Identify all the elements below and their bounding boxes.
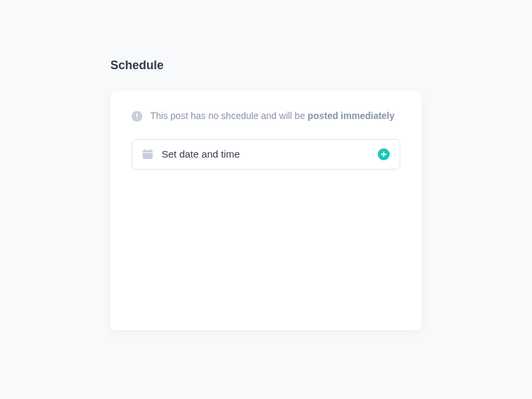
schedule-card: This post has no shcedule and will be po… (110, 91, 422, 331)
calendar-icon (142, 148, 154, 160)
info-icon (132, 111, 142, 122)
info-text-prefix: This post has no shcedule and will be (150, 110, 308, 121)
set-date-time-label: Set date and time (162, 148, 240, 160)
svg-rect-2 (136, 118, 138, 119)
schedule-button-left: Set date and time (142, 148, 240, 160)
info-row: This post has no shcedule and will be po… (132, 110, 400, 123)
info-text: This post has no shcedule and will be po… (150, 110, 394, 123)
page-title: Schedule (110, 59, 422, 72)
svg-rect-1 (136, 114, 138, 117)
svg-rect-5 (144, 149, 146, 152)
set-date-time-button[interactable]: Set date and time (132, 139, 400, 170)
svg-rect-7 (143, 152, 153, 153)
add-icon (377, 148, 390, 161)
svg-rect-10 (381, 154, 386, 155)
info-text-bold: posted immediately (308, 110, 395, 121)
svg-rect-6 (150, 149, 151, 152)
